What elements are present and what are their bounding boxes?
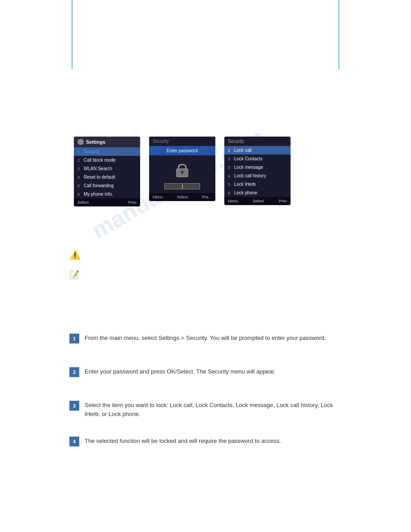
settings-footer: Select Prev: [74, 198, 140, 206]
gear-icon: [77, 139, 84, 145]
step-4-section: 4 The selected function will be locked a…: [69, 437, 342, 450]
item-num: 1: [228, 148, 232, 153]
item-num: 3: [77, 167, 82, 171]
item-num: 4: [228, 174, 232, 178]
security-footer: Menu Select Prev: [224, 197, 291, 205]
settings-title: Settings: [86, 139, 105, 145]
settings-item-2[interactable]: 2 Call block mode: [74, 156, 140, 164]
warning-icon: ⚠️: [69, 249, 81, 260]
password-footer: Menu Select Pre...: [149, 193, 215, 201]
item-label: Reset to default: [84, 175, 115, 180]
step-4-text: The selected function will be locked and…: [85, 437, 342, 446]
step-1-row: 1 From the main menu, select Settings > …: [69, 334, 342, 343]
item-num: 2: [77, 158, 82, 163]
item-label: WLAN Search: [84, 166, 112, 171]
note-icon: 📝: [69, 270, 79, 279]
settings-screen: Settings 1 Security 2 Call block mode 3 …: [74, 137, 140, 206]
footer-menu: Menu: [228, 199, 238, 203]
step-2-badge: 2: [69, 367, 79, 377]
password-cursor: [182, 184, 183, 189]
security-item-4[interactable]: 4 Lock call history: [224, 172, 291, 180]
security-item-1[interactable]: 1 Lock call: [224, 146, 291, 154]
footer-prev: Prev: [128, 200, 137, 205]
step-4-badge: 4: [69, 437, 79, 446]
security-item-3[interactable]: 3 Lock message: [224, 163, 291, 172]
lock-area: [149, 155, 215, 193]
password-screen: Security Enter password Menu Select Pre.…: [149, 137, 215, 201]
step-2-section: 2 Enter your password and press OK/Selec…: [69, 367, 342, 381]
settings-item-6[interactable]: 6 My phone info.: [74, 190, 140, 198]
item-num: 5: [77, 184, 82, 188]
settings-item-1[interactable]: 1 Security: [74, 147, 140, 156]
item-label: Lock call history: [234, 173, 266, 178]
settings-item-5[interactable]: 5 Call forwarding: [74, 181, 140, 190]
security-item-5[interactable]: 5 Lock iHerb: [224, 180, 291, 189]
item-label: My phone info.: [84, 192, 113, 197]
item-num: 2: [228, 157, 232, 161]
item-label: Lock message: [234, 165, 263, 170]
item-num: 4: [77, 175, 82, 180]
item-label: Lock phone: [234, 190, 257, 195]
item-num: 3: [228, 165, 232, 170]
step-3-text: Select the item you want to lock: Lock c…: [85, 401, 342, 418]
item-num: 5: [228, 182, 232, 187]
step-3-row: 3 Select the item you want to lock: Lock…: [69, 401, 342, 418]
settings-item-3[interactable]: 3 WLAN Search: [74, 164, 140, 173]
security-screen: Security 1 Lock call 2 Lock Contacts 3 L…: [224, 137, 291, 205]
step-3-section: 3 Select the item you want to lock: Lock…: [69, 401, 342, 422]
enter-password-label: Enter password: [149, 146, 215, 155]
security-item-2[interactable]: 2 Lock Contacts: [224, 154, 291, 163]
step-2-row: 2 Enter your password and press OK/Selec…: [69, 367, 342, 377]
step-2-text: Enter your password and press OK/Select.…: [85, 367, 342, 376]
svg-rect-2: [182, 172, 183, 174]
item-label: Call block mode: [84, 158, 116, 163]
lock-icon: [173, 161, 191, 179]
step-1-section: 1 From the main menu, select Settings > …: [69, 334, 342, 347]
item-num: 6: [228, 191, 232, 195]
settings-item-4[interactable]: 4 Reset to default: [74, 173, 140, 181]
step-4-row: 4 The selected function will be locked a…: [69, 437, 342, 446]
top-line-left: [72, 0, 73, 69]
footer-select: Select: [177, 195, 188, 199]
password-screen-title: Security: [149, 137, 215, 146]
item-label: Lock call: [234, 148, 252, 153]
footer-prev: Prev: [278, 199, 287, 203]
item-label: Lock Contacts: [234, 156, 262, 161]
item-num: 1: [77, 150, 82, 154]
screens-row: Settings 1 Security 2 Call block mode 3 …: [74, 137, 291, 206]
item-label: Security: [84, 149, 100, 154]
footer-select: Select: [77, 200, 89, 205]
security-item-6[interactable]: 6 Lock phone: [224, 189, 291, 197]
top-line-right: [338, 0, 339, 69]
step-3-badge: 3: [69, 401, 79, 411]
step-1-text: From the main menu, select Settings > Se…: [85, 334, 342, 343]
security-title: Security: [224, 137, 291, 146]
footer-menu: Menu: [153, 195, 163, 199]
footer-select: Select: [253, 199, 264, 203]
item-label: Lock iHerb: [234, 182, 256, 187]
step-1-badge: 1: [69, 334, 79, 343]
footer-prev: Pre...: [202, 195, 212, 199]
item-num: 6: [77, 192, 82, 197]
settings-header: Settings: [74, 137, 140, 147]
password-input-bar[interactable]: [164, 183, 200, 189]
item-label: Call forwarding: [84, 183, 114, 188]
